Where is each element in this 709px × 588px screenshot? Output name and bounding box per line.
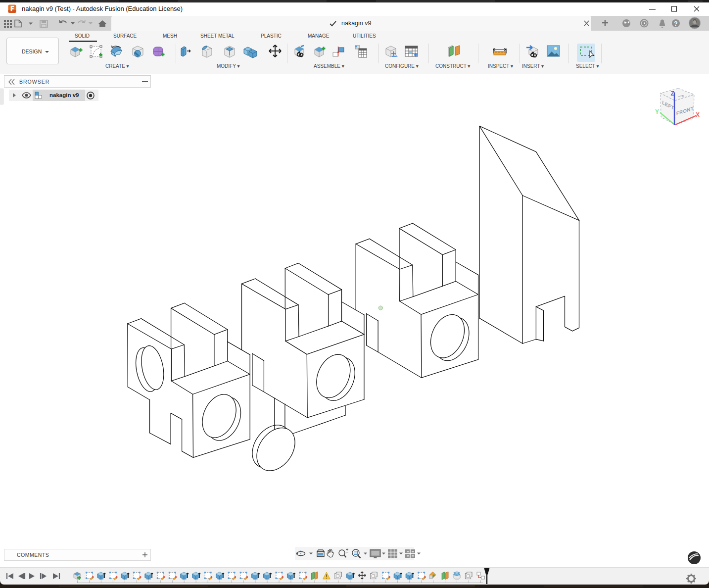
svg-text:X: X bbox=[696, 111, 700, 118]
svg-text:Z: Z bbox=[671, 90, 674, 97]
svg-text:Y: Y bbox=[655, 108, 659, 115]
